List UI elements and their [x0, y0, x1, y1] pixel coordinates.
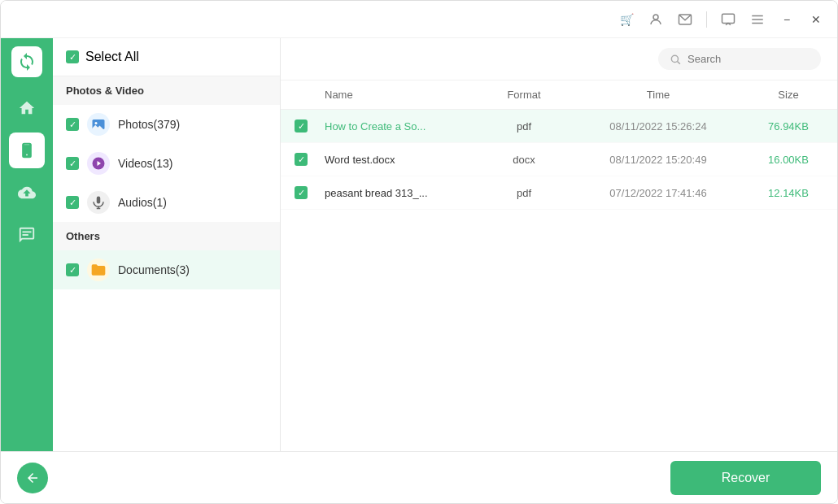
sidebar-item-upload[interactable] [9, 175, 45, 211]
svg-rect-6 [22, 143, 32, 158]
sidebar-item-home[interactable] [9, 90, 45, 126]
search-icon [670, 54, 681, 65]
file-table: Name Format Time Size How to Create a So… [281, 80, 837, 451]
row1-time: 08/11/2022 15:26:24 [577, 120, 740, 133]
select-all-row[interactable]: Select All [53, 38, 280, 76]
row2-format: docx [471, 154, 577, 166]
section-header-others: Others [53, 222, 280, 250]
audios-checkbox[interactable] [66, 196, 79, 209]
audios-icon [87, 191, 110, 214]
photos-icon [87, 113, 110, 136]
app-logo[interactable] [11, 46, 42, 77]
chat-icon[interactable] [717, 8, 740, 31]
row1-checkbox-cell[interactable] [281, 119, 321, 133]
row1-format: pdf [471, 120, 577, 133]
row2-checkbox-cell[interactable] [281, 153, 321, 166]
svg-point-17 [671, 55, 678, 62]
main-layout: Select All Photos & Video Photos(379) [1, 38, 837, 451]
svg-point-7 [26, 154, 28, 156]
titlebar-icons: 🛒 − ✕ [615, 8, 827, 31]
row1-name: How to Create a So... [321, 120, 471, 133]
row3-checkbox-cell[interactable] [281, 186, 321, 199]
mail-icon[interactable] [674, 8, 696, 31]
row3-format: pdf [471, 187, 577, 199]
videos-icon [87, 152, 110, 175]
row2-name: Word test.docx [321, 154, 471, 166]
footer: Recover [1, 451, 837, 503]
category-item-documents[interactable]: Documents(3) [53, 250, 280, 289]
cart-icon[interactable]: 🛒 [615, 8, 638, 31]
header-time: Time [577, 89, 740, 101]
row2-size: 16.00KB [740, 154, 837, 166]
category-item-audios[interactable]: Audios(1) [53, 183, 280, 222]
table-row[interactable]: How to Create a So... pdf 08/11/2022 15:… [281, 110, 837, 143]
header-checkbox [281, 89, 321, 101]
table-header: Name Format Time Size [281, 80, 837, 110]
category-item-videos[interactable]: Videos(13) [53, 144, 280, 183]
menu-icon[interactable] [746, 8, 769, 31]
svg-rect-10 [23, 234, 28, 236]
row3-checkbox[interactable] [295, 186, 308, 199]
photos-checkbox[interactable] [66, 118, 79, 131]
documents-label: Documents(3) [118, 263, 190, 276]
audios-label: Audios(1) [118, 196, 167, 209]
row2-time: 08/11/2022 15:20:49 [577, 154, 740, 166]
svg-rect-9 [23, 231, 32, 232]
row1-size: 76.94KB [740, 120, 837, 133]
documents-icon [87, 259, 110, 281]
right-header [281, 38, 837, 80]
back-button[interactable] [17, 463, 48, 493]
row3-name: peasant bread 313_... [321, 187, 471, 199]
left-panel: Select All Photos & Video Photos(379) [53, 38, 281, 451]
svg-line-18 [678, 61, 680, 63]
sidebar [1, 38, 53, 451]
row2-checkbox[interactable] [295, 153, 308, 166]
section-header-photos-video: Photos & Video [53, 76, 280, 105]
minimize-icon[interactable]: − [775, 8, 798, 31]
select-all-checkbox[interactable] [66, 50, 79, 63]
titlebar-divider [706, 11, 707, 28]
recover-button[interactable]: Recover [670, 461, 821, 495]
svg-rect-8 [24, 145, 30, 146]
table-row[interactable]: Word test.docx docx 08/11/2022 15:20:49 … [281, 143, 837, 176]
header-format: Format [471, 89, 577, 101]
header-size: Size [740, 89, 837, 101]
right-panel: Name Format Time Size How to Create a So… [281, 38, 837, 451]
svg-point-0 [653, 15, 658, 20]
sidebar-item-files[interactable] [9, 217, 45, 253]
user-icon[interactable] [644, 8, 667, 31]
row3-size: 12.14KB [740, 187, 837, 199]
documents-checkbox[interactable] [66, 263, 79, 276]
svg-rect-2 [722, 14, 735, 23]
header-name: Name [321, 89, 471, 101]
category-item-photos[interactable]: Photos(379) [53, 105, 280, 144]
search-input[interactable] [687, 53, 810, 65]
close-icon[interactable]: ✕ [805, 8, 827, 31]
videos-checkbox[interactable] [66, 157, 79, 170]
sidebar-item-phone[interactable] [9, 133, 45, 168]
row3-time: 07/12/2022 17:41:46 [577, 187, 740, 199]
photos-label: Photos(379) [118, 118, 180, 131]
videos-label: Videos(13) [118, 157, 172, 170]
search-box[interactable] [658, 48, 821, 70]
select-all-label: Select All [85, 50, 139, 64]
row1-checkbox[interactable] [295, 119, 308, 133]
titlebar: 🛒 − ✕ [1, 1, 837, 38]
table-row[interactable]: peasant bread 313_... pdf 07/12/2022 17:… [281, 176, 837, 210]
svg-point-12 [95, 122, 98, 124]
